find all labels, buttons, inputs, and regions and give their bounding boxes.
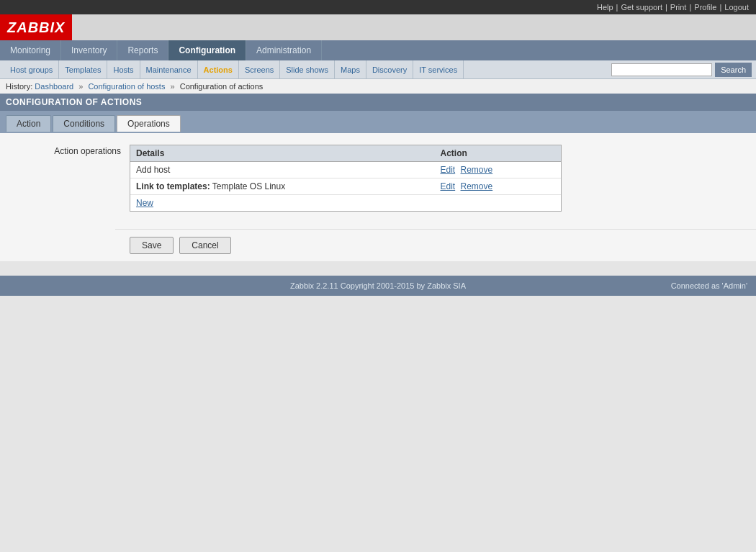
nav-inventory[interactable]: Inventory (61, 40, 117, 60)
row2-details-value: Template OS Linux (212, 181, 285, 191)
action-operations-row: Action operations Details Action Add hos… (14, 145, 742, 212)
logout-link[interactable]: Logout (724, 3, 749, 12)
nav-administration[interactable]: Administration (246, 40, 322, 60)
row2-actions: Edit Remove (434, 178, 561, 195)
nav-reports[interactable]: Reports (117, 40, 168, 60)
subnav-host-groups[interactable]: Host groups (4, 60, 59, 79)
buttons-area: Save Cancel (115, 229, 756, 261)
operations-table-wrapper: Details Action Add host Edit Remove (130, 145, 562, 212)
nav-configuration[interactable]: Configuration (168, 40, 246, 60)
search-area: Search (611, 63, 752, 77)
logo: ZABBIX (0, 14, 72, 40)
subnav-slide-shows[interactable]: Slide shows (280, 60, 335, 79)
subnav-maintenance[interactable]: Maintenance (140, 60, 198, 79)
search-button[interactable]: Search (715, 63, 752, 77)
operations-table: Details Action Add host Edit Remove (130, 145, 561, 211)
help-link[interactable]: Help (597, 3, 613, 12)
breadcrumb-current: Configuration of actions (180, 82, 264, 91)
tabs: Action Conditions Operations (0, 111, 756, 132)
tab-operations[interactable]: Operations (117, 115, 181, 132)
sep1: | (616, 3, 618, 12)
header: ZABBIX (0, 14, 756, 40)
table-row: Link to templates: Template OS Linux Edi… (130, 178, 561, 195)
section-header: CONFIGURATION OF ACTIONS (0, 94, 756, 111)
row2-remove-link[interactable]: Remove (461, 181, 493, 191)
save-button[interactable]: Save (130, 237, 174, 254)
row1-remove-link[interactable]: Remove (461, 165, 493, 175)
subnav-it-services[interactable]: IT services (413, 60, 464, 79)
breadcrumb-dashboard[interactable]: Dashboard (35, 82, 73, 91)
subnav-discovery[interactable]: Discovery (366, 60, 413, 79)
subnav-screens[interactable]: Screens (239, 60, 280, 79)
sep4: | (719, 3, 721, 12)
row1-actions: Edit Remove (434, 162, 561, 178)
breadcrumb: History: Dashboard » Configuration of ho… (0, 79, 756, 94)
search-input[interactable] (611, 63, 712, 76)
row2-details-label: Link to templates: (136, 181, 210, 191)
new-operation-link[interactable]: New (136, 198, 153, 208)
footer-copyright: Zabbix 2.2.11 Copyright 2001-2015 by Zab… (290, 281, 466, 290)
table-row: Add host Edit Remove (130, 162, 561, 178)
new-row: New (130, 195, 561, 212)
breadcrumb-prefix: History: (6, 82, 32, 91)
row1-action-links: Edit Remove (440, 165, 495, 175)
new-link-cell: New (130, 195, 561, 212)
nav-monitoring[interactable]: Monitoring (0, 40, 61, 60)
cancel-button[interactable]: Cancel (179, 237, 230, 254)
bread-arrow-1: » (78, 82, 85, 91)
main-nav: Monitoring Inventory Reports Configurati… (0, 40, 756, 60)
bread-arrow-2: » (171, 82, 177, 91)
action-operations-label: Action operations (14, 145, 130, 156)
row2-edit-link[interactable]: Edit (440, 181, 455, 191)
col-header-action: Action (434, 145, 561, 162)
get-support-link[interactable]: Get support (621, 3, 662, 12)
profile-link[interactable]: Profile (694, 3, 716, 12)
sep2: | (665, 3, 667, 12)
sub-nav: Host groups Templates Hosts Maintenance … (0, 60, 756, 79)
topbar: Help | Get support | Print | Profile | L… (0, 0, 756, 14)
breadcrumb-config-hosts[interactable]: Configuration of hosts (88, 82, 165, 91)
footer-connected-as: Connected as 'Admin' (671, 281, 747, 290)
print-link[interactable]: Print (670, 3, 687, 12)
row2-details: Link to templates: Template OS Linux (130, 178, 434, 195)
col-header-details: Details (130, 145, 434, 162)
subnav-templates[interactable]: Templates (59, 60, 107, 79)
row1-edit-link[interactable]: Edit (440, 165, 455, 175)
form-area: Action operations Details Action Add hos… (0, 132, 756, 229)
row1-details: Add host (130, 162, 434, 178)
tab-conditions[interactable]: Conditions (53, 115, 115, 132)
subnav-actions[interactable]: Actions (198, 60, 239, 79)
tab-action[interactable]: Action (6, 115, 51, 132)
subnav-maps[interactable]: Maps (335, 60, 366, 79)
content: Action Conditions Operations Action oper… (0, 111, 756, 261)
subnav-hosts[interactable]: Hosts (107, 60, 140, 79)
row2-action-links: Edit Remove (440, 181, 495, 191)
sep3: | (689, 3, 691, 12)
footer: Zabbix 2.2.11 Copyright 2001-2015 by Zab… (0, 276, 756, 296)
